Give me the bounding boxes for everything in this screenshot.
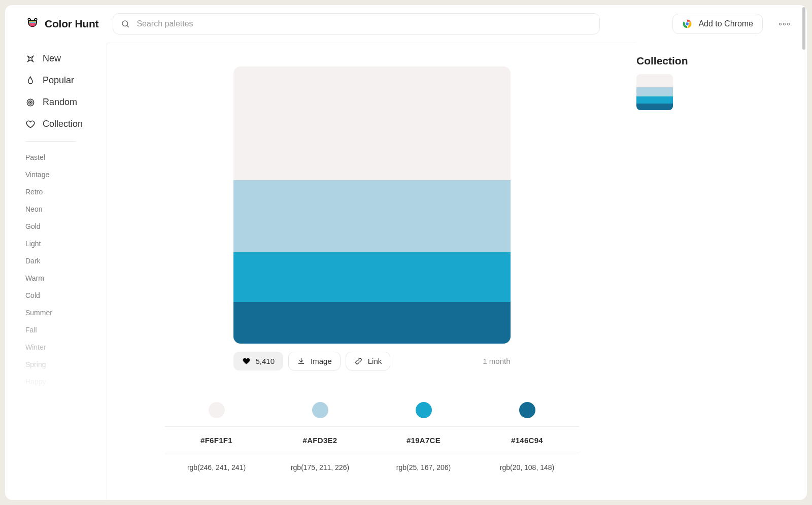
svg-point-0	[122, 21, 128, 26]
tag-winter[interactable]: Winter	[25, 339, 107, 356]
tag-vintage[interactable]: Vintage	[25, 166, 107, 183]
collection-thumbnail[interactable]	[636, 74, 673, 110]
swatch-2[interactable]	[312, 402, 328, 418]
palette-color-1[interactable]	[233, 66, 511, 180]
logo[interactable]: Color Hunt	[25, 17, 98, 31]
main-content: 5,410 Image Link	[107, 43, 636, 500]
mini-color-1	[636, 74, 673, 87]
swatch-4[interactable]	[519, 402, 535, 418]
collection-panel: Collection	[636, 43, 807, 500]
palette-actions: 5,410 Image Link	[233, 352, 511, 371]
tag-retro[interactable]: Retro	[25, 183, 107, 200]
chrome-button-label: Add to Chrome	[698, 19, 753, 28]
color-details-table: #F6F1F1 #AFD3E2 #19A7CE #146C94 rgb(246,…	[165, 397, 579, 481]
hex-value-1[interactable]: #F6F1F1	[165, 427, 268, 454]
divider	[25, 141, 76, 142]
rgb-value-4[interactable]: rgb(20, 108, 148)	[476, 454, 579, 481]
search-wrap	[113, 13, 600, 35]
collection-title: Collection	[636, 55, 787, 67]
sparkle-icon	[25, 54, 36, 64]
image-button-label: Image	[311, 357, 332, 365]
tag-happy[interactable]: Happy	[25, 373, 107, 390]
search-input[interactable]	[113, 13, 600, 35]
brand-icon	[25, 17, 40, 31]
palette-color-2[interactable]	[233, 180, 511, 252]
link-icon	[354, 357, 363, 365]
nav-new[interactable]: New	[25, 48, 107, 70]
rgb-value-1[interactable]: rgb(246, 241, 241)	[165, 454, 268, 481]
tag-light[interactable]: Light	[25, 235, 107, 252]
palette-color-4[interactable]	[233, 302, 511, 344]
tag-list: Pastel Vintage Retro Neon Gold Light Dar…	[25, 149, 107, 390]
hex-value-4[interactable]: #146C94	[476, 427, 579, 454]
swatch-1[interactable]	[209, 402, 225, 418]
nav-random[interactable]: Random	[25, 91, 107, 113]
heart-icon	[25, 119, 36, 129]
tag-fall[interactable]: Fall	[25, 321, 107, 339]
brand-name: Color Hunt	[45, 18, 98, 30]
like-count: 5,410	[256, 357, 275, 365]
tag-summer[interactable]: Summer	[25, 304, 107, 321]
tag-gold[interactable]: Gold	[25, 218, 107, 235]
svg-point-7	[30, 102, 31, 103]
search-icon	[121, 19, 130, 28]
nav-collection[interactable]: Collection	[25, 113, 107, 135]
tag-spring[interactable]: Spring	[25, 356, 107, 373]
chrome-icon	[682, 19, 692, 29]
mini-color-3	[636, 96, 673, 104]
link-button-label: Link	[368, 357, 382, 365]
palette-card	[233, 66, 511, 344]
heart-filled-icon	[242, 357, 251, 365]
svg-line-1	[127, 25, 129, 27]
rgb-value-3[interactable]: rgb(25, 167, 206)	[372, 454, 476, 481]
like-button[interactable]: 5,410	[233, 352, 284, 371]
more-menu-icon[interactable]	[779, 23, 790, 25]
nav-label: Popular	[43, 75, 74, 86]
tag-pastel[interactable]: Pastel	[25, 149, 107, 166]
tag-warm[interactable]: Warm	[25, 270, 107, 287]
tag-dark[interactable]: Dark	[25, 252, 107, 270]
mini-color-2	[636, 87, 673, 96]
tag-neon[interactable]: Neon	[25, 200, 107, 218]
tag-cold[interactable]: Cold	[25, 287, 107, 304]
sidebar: New Popular Random Collection	[5, 43, 107, 500]
nav-popular[interactable]: Popular	[25, 70, 107, 91]
swatch-3[interactable]	[416, 402, 432, 418]
flame-icon	[25, 76, 36, 86]
hex-value-3[interactable]: #19A7CE	[372, 427, 476, 454]
spiral-icon	[25, 97, 36, 108]
nav-label: Collection	[43, 119, 83, 129]
download-icon	[297, 357, 306, 365]
nav-label: Random	[43, 97, 77, 108]
mini-color-4	[636, 104, 673, 110]
add-to-chrome-button[interactable]: Add to Chrome	[672, 14, 763, 34]
hex-value-2[interactable]: #AFD3E2	[268, 427, 372, 454]
nav-label: New	[43, 53, 61, 64]
palette-timestamp: 1 month	[483, 357, 510, 365]
palette-color-3[interactable]	[233, 252, 511, 302]
link-button[interactable]: Link	[346, 352, 391, 371]
scrollbar-thumb[interactable]	[802, 7, 805, 50]
header: Color Hunt Add to Chrome	[5, 5, 807, 43]
rgb-value-2[interactable]: rgb(175, 211, 226)	[268, 454, 372, 481]
image-button[interactable]: Image	[288, 352, 341, 371]
